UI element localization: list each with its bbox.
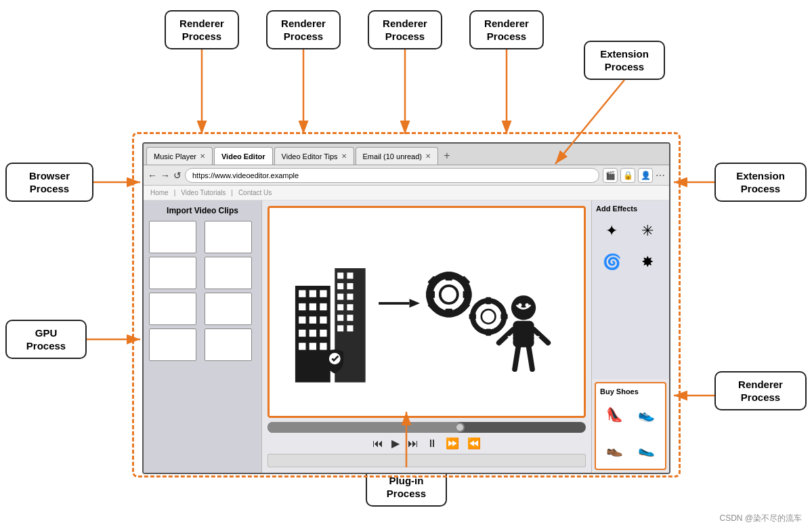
forward-button[interactable]: →: [161, 170, 170, 181]
fast-forward-button[interactable]: ⏩: [446, 437, 459, 450]
svg-rect-21: [337, 293, 343, 299]
nav-contact[interactable]: Contact Us: [238, 189, 272, 196]
clip-thumb-8[interactable]: [205, 328, 252, 361]
svg-rect-46: [469, 314, 475, 319]
svg-rect-34: [445, 272, 452, 280]
clip-thumb-5[interactable]: [149, 293, 196, 325]
svg-line-54: [515, 347, 518, 368]
svg-rect-13: [299, 343, 305, 349]
clip-thumb-7[interactable]: [149, 328, 196, 361]
ext-icon-1[interactable]: 🎬: [603, 168, 618, 183]
url-field[interactable]: https://www.videoeditor.example: [185, 168, 599, 183]
svg-rect-3: [320, 290, 326, 297]
browser-process: BrowserProcess: [5, 163, 93, 202]
svg-point-50: [525, 303, 528, 307]
svg-rect-14: [309, 343, 316, 349]
timeline-bar[interactable]: [268, 454, 586, 467]
svg-rect-7: [299, 316, 305, 323]
ad-panel: Buy Shoes 👠 👟 👞 🥿: [595, 382, 666, 470]
tab-music-player[interactable]: Music Player ✕: [146, 147, 213, 165]
import-panel-title: Import Video Clips: [149, 206, 256, 215]
shoe-3[interactable]: 👞: [600, 441, 629, 457]
progress-bar[interactable]: [268, 422, 586, 433]
extension-process-2: ExtensionProcess: [714, 163, 807, 202]
svg-rect-25: [337, 314, 343, 320]
ad-title: Buy Shoes: [600, 387, 661, 396]
back-button[interactable]: ←: [148, 170, 157, 181]
svg-rect-47: [500, 314, 507, 319]
new-tab-button[interactable]: +: [440, 147, 454, 165]
shoe-1[interactable]: 👠: [600, 406, 629, 423]
effect-burst[interactable]: ✸: [632, 248, 663, 276]
svg-rect-2: [309, 290, 316, 297]
diagram-container: RendererProcess RendererProcess Renderer…: [0, 0, 812, 531]
play-button[interactable]: ▶: [391, 437, 400, 450]
effect-star[interactable]: ✳: [632, 217, 663, 245]
tab-label: Video Editor: [221, 152, 265, 161]
svg-rect-37: [463, 291, 471, 297]
video-preview: [268, 206, 586, 418]
nav-links-bar: Home | Video Tutorials | Contact Us: [144, 186, 669, 200]
svg-rect-10: [299, 329, 305, 336]
clip-thumb-4[interactable]: [205, 257, 252, 289]
nav-separator-1: |: [174, 189, 176, 196]
player-controls: ⏮ ▶ ⏭ ⏸ ⏩ ⏪: [268, 437, 586, 450]
skip-forward-button[interactable]: ⏭: [408, 438, 419, 450]
renderer-process-5: RendererProcess: [714, 371, 807, 410]
shoe-4[interactable]: 🥿: [632, 441, 661, 457]
shoe-2[interactable]: 👟: [632, 406, 661, 423]
svg-rect-51: [513, 320, 534, 347]
tab-label: Music Player: [154, 152, 196, 161]
more-button[interactable]: ⋯: [656, 170, 665, 181]
content-area: Import Video Clips: [144, 200, 669, 473]
reload-button[interactable]: ↺: [173, 170, 181, 181]
svg-rect-26: [347, 314, 353, 320]
shoe-grid: 👠 👟 👞 🥿: [600, 398, 661, 465]
url-text: https://www.videoeditor.example: [192, 171, 299, 179]
ext-icon-3[interactable]: 👤: [638, 168, 653, 183]
clip-thumb-6[interactable]: [205, 293, 252, 325]
pause-button[interactable]: ⏸: [427, 438, 437, 450]
tab-label: Email (10 unread): [363, 152, 422, 161]
close-icon[interactable]: ✕: [200, 152, 205, 160]
right-panel: Add Effects ✦ ✳ 🌀 ✸ Buy Shoes 👠 👟 👞 🥿: [591, 200, 669, 473]
svg-rect-45: [486, 328, 491, 335]
svg-rect-27: [337, 325, 343, 331]
renderer-process-4: RendererProcess: [469, 10, 544, 49]
close-icon[interactable]: ✕: [341, 152, 347, 160]
progress-fill: [268, 422, 458, 433]
skip-back-button[interactable]: ⏮: [372, 438, 383, 450]
clip-thumb-1[interactable]: [149, 221, 196, 253]
svg-rect-1: [299, 290, 305, 297]
ext-icon-2[interactable]: 🔒: [620, 168, 635, 183]
tab-video-editor[interactable]: Video Editor: [214, 147, 273, 165]
renderer-process-2: RendererProcess: [266, 10, 341, 49]
svg-rect-18: [347, 272, 353, 278]
svg-rect-5: [309, 303, 316, 310]
clip-thumb-2[interactable]: [205, 221, 252, 253]
svg-rect-15: [320, 343, 326, 349]
svg-rect-44: [486, 297, 491, 303]
effect-swirl[interactable]: 🌀: [596, 248, 627, 276]
progress-handle[interactable]: [455, 423, 465, 432]
address-bar: ← → ↺ https://www.videoeditor.example 🎬 …: [144, 165, 669, 186]
svg-rect-6: [320, 303, 326, 310]
rewind-button[interactable]: ⏪: [467, 437, 481, 450]
extension-process-1: ExtensionProcess: [584, 41, 665, 80]
nav-tutorials[interactable]: Video Tutorials: [181, 189, 226, 196]
clip-thumb-3[interactable]: [149, 257, 196, 289]
nav-home[interactable]: Home: [150, 189, 169, 196]
svg-line-55: [528, 347, 532, 368]
tab-video-editor-tips[interactable]: Video Editor Tips ✕: [274, 147, 354, 165]
browser-window: Music Player ✕ Video Editor Video Editor…: [142, 142, 670, 474]
svg-point-42: [472, 301, 504, 333]
effect-sparkle[interactable]: ✦: [596, 217, 627, 245]
tab-email[interactable]: Email (10 unread) ✕: [356, 147, 438, 165]
close-icon[interactable]: ✕: [425, 152, 431, 160]
svg-rect-20: [347, 283, 353, 289]
video-player-panel: ⏮ ▶ ⏭ ⏸ ⏩ ⏪: [262, 200, 591, 473]
svg-point-43: [481, 310, 495, 324]
svg-rect-11: [309, 329, 316, 336]
svg-rect-12: [320, 329, 326, 336]
nav-separator-2: |: [231, 189, 233, 196]
